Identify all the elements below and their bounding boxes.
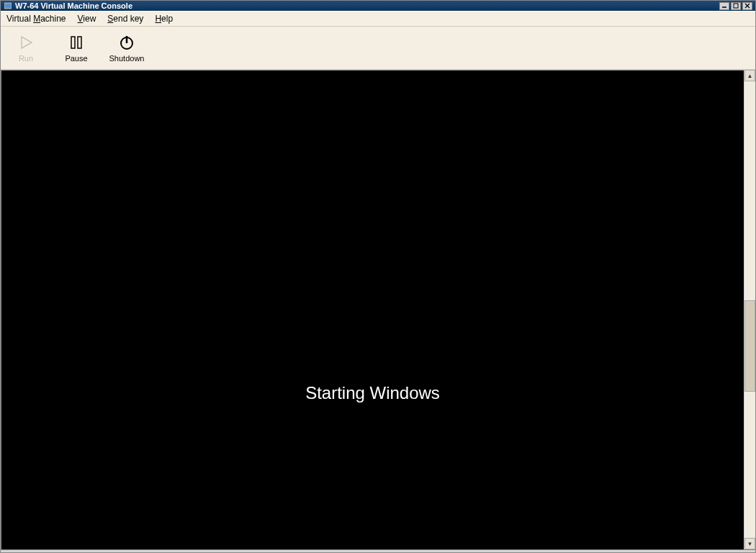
- svg-rect-3: [734, 4, 738, 8]
- menu-send-key[interactable]: Send key: [107, 14, 143, 24]
- app-icon: [4, 1, 12, 10]
- scroll-up-arrow[interactable]: ▲: [744, 70, 755, 81]
- window-title: W7-64 Virtual Machine Console: [15, 1, 719, 10]
- menu-help[interactable]: Help: [155, 14, 173, 24]
- shutdown-label: Shutdown: [109, 54, 145, 63]
- vm-display[interactable]: Starting Windows: [1, 70, 744, 549]
- menu-view[interactable]: View: [78, 14, 96, 24]
- content-area: Starting Windows ▲ ▼: [1, 70, 755, 549]
- scrollbar-thumb[interactable]: [744, 300, 755, 392]
- scroll-down-arrow[interactable]: ▼: [744, 538, 755, 549]
- svg-rect-1: [5, 4, 11, 8]
- vertical-scrollbar[interactable]: ▲ ▼: [744, 70, 755, 549]
- title-bar[interactable]: W7-64 Virtual Machine Console: [1, 1, 755, 11]
- shutdown-button[interactable]: Shutdown: [109, 34, 145, 63]
- run-button: Run: [8, 34, 44, 63]
- pause-label: Pause: [65, 54, 87, 63]
- pause-icon: [68, 34, 85, 51]
- svg-marker-6: [22, 37, 32, 48]
- close-button[interactable]: [742, 2, 752, 10]
- pause-button[interactable]: Pause: [58, 34, 94, 63]
- run-label: Run: [19, 54, 33, 63]
- menu-virtual-machine[interactable]: Virtual Machine: [6, 14, 66, 24]
- power-icon: [118, 34, 135, 51]
- svg-rect-8: [78, 37, 81, 48]
- minimize-button[interactable]: [719, 2, 729, 10]
- maximize-button[interactable]: [731, 2, 741, 10]
- window-controls: [719, 2, 752, 10]
- svg-rect-7: [71, 37, 75, 48]
- scrollbar-track[interactable]: [744, 81, 755, 538]
- play-icon: [17, 34, 35, 51]
- app-window: W7-64 Virtual Machine Console Virtual Ma…: [0, 0, 756, 553]
- boot-message: Starting Windows: [305, 383, 440, 403]
- toolbar: Run Pause Shutdown: [1, 27, 755, 70]
- status-bar: [1, 549, 755, 552]
- menu-bar: Virtual Machine View Send key Help: [1, 11, 755, 27]
